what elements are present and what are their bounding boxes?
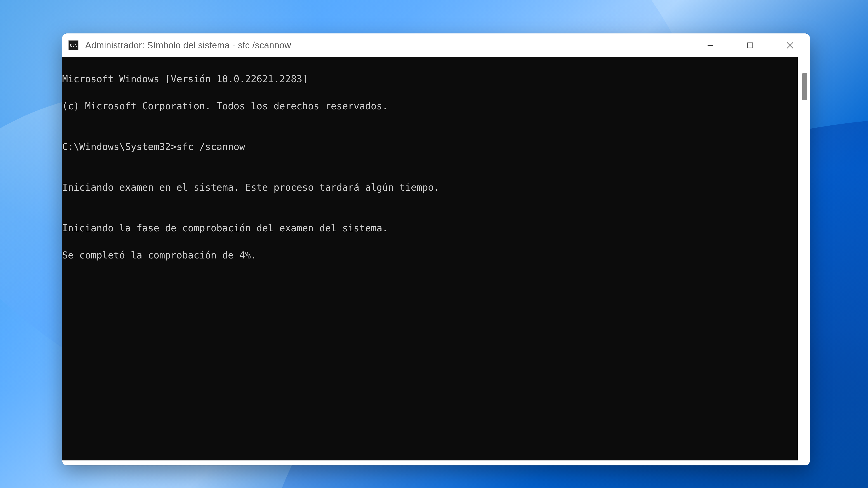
window-bottom-border: [62, 460, 798, 465]
close-button[interactable]: [770, 33, 810, 57]
app-icon: C:\: [68, 40, 79, 51]
cmd-icon: C:\: [70, 43, 77, 48]
terminal-viewport[interactable]: Microsoft Windows [Versión 10.0.22621.22…: [62, 57, 798, 460]
terminal-line: Se completó la comprobación de 4%.: [62, 249, 798, 262]
terminal-output: Microsoft Windows [Versión 10.0.22621.22…: [62, 59, 798, 289]
titlebar[interactable]: C:\ Administrador: Símbolo del sistema -…: [62, 33, 810, 57]
command-prompt-window: C:\ Administrador: Símbolo del sistema -…: [62, 33, 810, 465]
maximize-button[interactable]: [730, 33, 770, 57]
svg-rect-1: [748, 43, 753, 48]
terminal-line: Microsoft Windows [Versión 10.0.22621.22…: [62, 72, 798, 86]
window-controls: [690, 33, 810, 57]
terminal-line: C:\Windows\System32>sfc /scannow: [62, 140, 798, 154]
terminal-line: (c) Microsoft Corporation. Todos los der…: [62, 99, 798, 113]
terminal-line: Iniciando la fase de comprobación del ex…: [62, 221, 798, 235]
scrollbar-thumb[interactable]: [802, 73, 807, 100]
terminal-line: Iniciando examen en el sistema. Este pro…: [62, 181, 798, 194]
minimize-button[interactable]: [690, 33, 730, 57]
window-title: Administrador: Símbolo del sistema - sfc…: [85, 40, 690, 51]
scrollbar-track[interactable]: [798, 57, 810, 465]
